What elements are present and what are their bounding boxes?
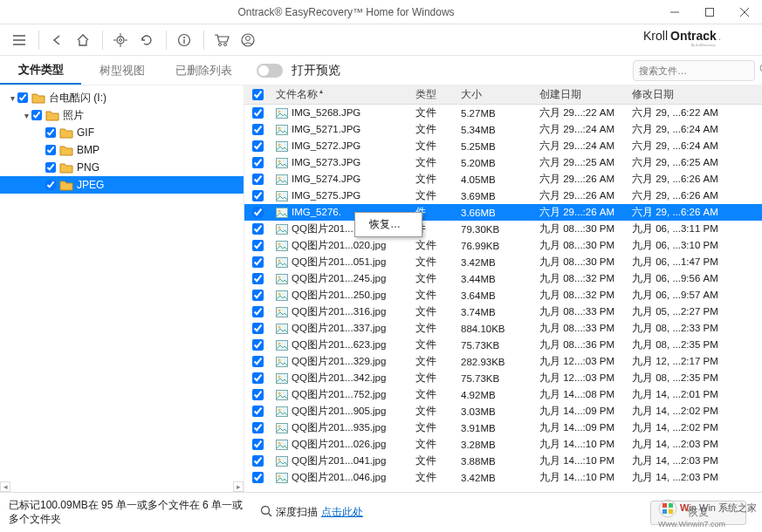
tree-checkbox[interactable]: [45, 127, 56, 138]
table-row[interactable]: QQ图片201...935.jpg文件3.91MB九月 14...:09 PM九…: [244, 419, 762, 436]
search-box[interactable]: [633, 60, 755, 81]
row-checkbox[interactable]: [252, 140, 264, 152]
cart-icon[interactable]: [209, 28, 234, 52]
row-checkbox[interactable]: [252, 439, 264, 450]
restore-button[interactable]: 恢复: [650, 501, 746, 525]
tree-checkbox[interactable]: [45, 145, 56, 155]
svg-point-31: [278, 143, 281, 146]
refresh-icon[interactable]: [134, 28, 159, 52]
row-checkbox[interactable]: [252, 372, 264, 384]
info-icon[interactable]: [172, 28, 196, 52]
col-modified[interactable]: 修改日期: [627, 87, 731, 102]
row-checkbox[interactable]: [252, 323, 264, 334]
tree-item-png[interactable]: PNG: [0, 159, 244, 176]
file-type: 文件: [410, 471, 456, 484]
row-checkbox[interactable]: [252, 406, 264, 417]
tree-checkbox[interactable]: [31, 110, 42, 120]
table-row[interactable]: QQ图片201...337.jpg文件884.10KB九月 08...:33 P…: [244, 320, 762, 337]
scroll-right-icon[interactable]: ▸: [233, 481, 244, 492]
tree-root[interactable]: ▾ 台电酷闪 (I:): [0, 89, 244, 106]
tree-hscroll[interactable]: ◂ ▸: [0, 481, 244, 492]
col-type[interactable]: 类型: [410, 87, 456, 102]
table-row[interactable]: IMG_5268.JPG文件5.27MB六月 29...:22 AM六月 29,…: [244, 105, 762, 121]
row-checkbox[interactable]: [252, 207, 264, 218]
table-row[interactable]: IMG_5271.JPG文件5.34MB六月 29...:24 AM六月 29,…: [244, 121, 762, 138]
row-checkbox[interactable]: [252, 389, 264, 400]
select-all-checkbox[interactable]: [252, 89, 264, 100]
table-row[interactable]: QQ图片201...245.jpg文件3.44MB九月 08...:32 PM九…: [244, 270, 762, 287]
col-size[interactable]: 大小: [456, 87, 534, 102]
col-filename[interactable]: 文件名称▴: [271, 87, 410, 102]
table-header[interactable]: 文件名称▴ 类型 大小 创建日期 修改日期: [244, 85, 762, 105]
tree-checkbox[interactable]: [45, 162, 56, 173]
tree-item-jpeg[interactable]: JPEG: [0, 176, 244, 194]
folder-tree[interactable]: ▾ 台电酷闪 (I:) ▾ 照片 GIFBMPPNGJPEG ◂ ▸: [0, 85, 244, 492]
table-body[interactable]: IMG_5268.JPG文件5.27MB六月 29...:22 AM六月 29,…: [244, 105, 762, 492]
collapse-icon[interactable]: ▾: [21, 111, 31, 120]
svg-rect-26: [277, 108, 288, 118]
tab-file-types[interactable]: 文件类型: [0, 56, 81, 85]
table-row[interactable]: QQ图片201...020.jpg文件76.99KB九月 08...:30 PM…: [244, 237, 762, 254]
table-row[interactable]: QQ图片201...905.jpg文件3.03MB九月 14...:09 PM九…: [244, 403, 762, 419]
row-checkbox[interactable]: [252, 174, 264, 185]
row-checkbox[interactable]: [252, 356, 264, 367]
row-checkbox[interactable]: [252, 240, 264, 251]
user-icon[interactable]: [236, 28, 260, 52]
table-row[interactable]: IMG_5274.JPG文件4.05MB六月 29...:26 AM六月 29,…: [244, 171, 762, 188]
table-row[interactable]: QQ图片201...046.jpg文件3.42MB九月 14...:10 PM九…: [244, 469, 762, 486]
table-row[interactable]: QQ图片201...051.jpg文件3.42MB九月 08...:30 PM九…: [244, 254, 762, 270]
table-row[interactable]: QQ图片201...026.jpg文件3.28MB九月 14...:10 PM九…: [244, 436, 762, 453]
deep-scan-link[interactable]: 点击此处: [321, 505, 363, 520]
table-row[interactable]: QQ图片201...752.jpg文件4.92MB九月 14...:08 PM九…: [244, 386, 762, 403]
file-modified: 九月 06, ...3:11 PM: [627, 222, 731, 235]
table-row[interactable]: QQ图片201...041.jpg文件3.88MB九月 14...:10 PM九…: [244, 453, 762, 469]
table-row[interactable]: IMG_5273.JPG文件5.20MB六月 29...:25 AM六月 29,…: [244, 154, 762, 171]
tab-tree-view[interactable]: 树型视图: [81, 56, 162, 85]
preview-toggle[interactable]: [257, 64, 283, 78]
row-checkbox[interactable]: [252, 290, 264, 301]
row-checkbox[interactable]: [252, 273, 264, 284]
row-checkbox[interactable]: [252, 422, 264, 433]
col-created[interactable]: 创建日期: [534, 87, 627, 102]
row-checkbox[interactable]: [252, 190, 264, 201]
collapse-icon[interactable]: ▾: [7, 93, 17, 103]
row-checkbox[interactable]: [252, 472, 264, 483]
table-row[interactable]: QQ图片201...250.jpg文件3.64MB九月 08...:32 PM九…: [244, 287, 762, 304]
home-button[interactable]: [71, 28, 95, 52]
back-button[interactable]: [45, 28, 69, 52]
file-modified: 九月 14, ...2:01 PM: [627, 388, 731, 401]
row-checkbox[interactable]: [252, 107, 264, 119]
menu-button[interactable]: [7, 28, 31, 52]
tree-checkbox[interactable]: [45, 180, 56, 190]
row-checkbox[interactable]: [252, 223, 264, 235]
tree-item-gif[interactable]: GIF: [0, 124, 244, 141]
file-size: 4.92MB: [456, 390, 534, 400]
tree-photos[interactable]: ▾ 照片: [0, 106, 244, 124]
tree-checkbox[interactable]: [17, 92, 28, 103]
table-row[interactable]: QQ图片201...329.jpg文件282.93KB九月 12...:03 P…: [244, 353, 762, 370]
scroll-left-icon[interactable]: ◂: [0, 481, 10, 492]
row-checkbox[interactable]: [252, 339, 264, 351]
table-row[interactable]: QQ图片201...316.jpg文件3.74MB九月 08...:33 PM九…: [244, 304, 762, 320]
row-checkbox[interactable]: [252, 306, 264, 317]
context-menu[interactable]: 恢复…: [354, 212, 422, 237]
table-row[interactable]: IMG_5275.JPG文件3.69MB六月 29...:26 AM六月 29,…: [244, 188, 762, 204]
gear-icon[interactable]: [108, 28, 133, 52]
close-button[interactable]: [727, 0, 762, 24]
context-menu-restore[interactable]: 恢复…: [357, 215, 420, 235]
table-row[interactable]: IMG_5272.JPG文件5.25MB六月 29...:24 AM六月 29,…: [244, 138, 762, 154]
table-row[interactable]: IMG_5276.件3.66MB六月 29...:26 AM六月 29, ...…: [244, 204, 762, 221]
table-row[interactable]: QQ图片201...件79.30KB九月 08...:30 PM九月 06, .…: [244, 221, 762, 237]
row-checkbox[interactable]: [252, 256, 264, 268]
maximize-button[interactable]: [692, 0, 727, 24]
minimize-button[interactable]: [657, 0, 692, 24]
tree-item-bmp[interactable]: BMP: [0, 141, 244, 159]
row-checkbox[interactable]: [252, 124, 264, 135]
tab-deleted[interactable]: 已删除列表: [163, 56, 244, 85]
row-checkbox[interactable]: [252, 455, 264, 467]
file-type: 文件: [410, 438, 456, 451]
table-row[interactable]: QQ图片201...342.jpg文件75.73KB九月 12...:03 PM…: [244, 370, 762, 386]
row-checkbox[interactable]: [252, 157, 264, 168]
table-row[interactable]: QQ图片201...623.jpg文件75.73KB九月 08...:36 PM…: [244, 337, 762, 353]
search-input[interactable]: [639, 65, 759, 76]
